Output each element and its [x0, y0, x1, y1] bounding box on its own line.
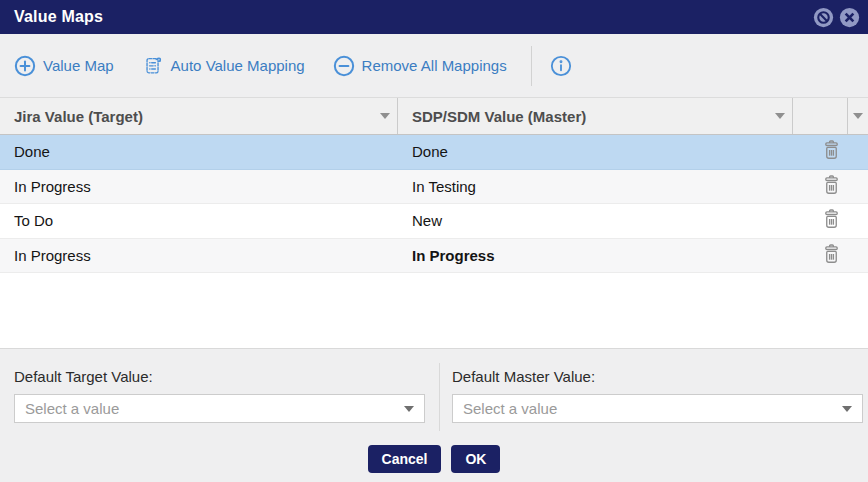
jira-value-cell[interactable]: To Do	[0, 212, 398, 229]
trash-icon	[822, 208, 841, 233]
delete-mapping-button[interactable]	[822, 139, 841, 164]
ban-icon[interactable]	[813, 7, 834, 28]
chevron-down-icon	[380, 113, 390, 119]
remove-all-mappings-button[interactable]: Remove All Mappings	[333, 55, 507, 77]
column-header-actions	[793, 98, 847, 134]
remove-all-mappings-label: Remove All Mappings	[362, 57, 507, 74]
defaults-row: Default Target Value: Select a value Def…	[0, 349, 868, 431]
sdp-value-cell[interactable]: New	[398, 212, 795, 229]
chevron-down-icon	[775, 113, 785, 119]
table-row[interactable]: In Progress In Testing	[0, 170, 868, 205]
row-action-cell	[795, 243, 868, 268]
row-action-cell	[795, 208, 868, 233]
dialog-title: Value Maps	[14, 8, 103, 26]
delete-mapping-button[interactable]	[822, 174, 841, 199]
footer: Default Target Value: Select a value Def…	[0, 348, 868, 482]
value-map-rows: Done Done	[0, 135, 868, 273]
ok-button[interactable]: OK	[451, 445, 500, 473]
delete-mapping-button[interactable]	[822, 243, 841, 268]
info-icon[interactable]	[550, 55, 572, 77]
chevron-down-icon	[404, 406, 414, 412]
toolbar-divider	[531, 46, 532, 86]
value-map-table: Jira Value (Target) SDP/SDM Value (Maste…	[0, 97, 868, 273]
default-master-select[interactable]: Select a value	[452, 394, 863, 423]
column-menu-jira[interactable]	[372, 98, 398, 134]
trash-icon	[822, 174, 841, 199]
default-target-placeholder: Select a value	[25, 400, 404, 417]
sdp-value-cell[interactable]: Done	[398, 143, 795, 160]
empty-area	[0, 273, 868, 348]
value-map-label: Value Map	[43, 57, 114, 74]
default-master-label: Default Master Value:	[452, 368, 863, 385]
toolbar: Value Map Auto Value Mapping	[0, 34, 868, 97]
trash-icon	[822, 243, 841, 268]
jira-value-cell[interactable]: In Progress	[0, 247, 398, 264]
default-target-label: Default Target Value:	[14, 368, 425, 385]
plus-circle-icon	[14, 55, 36, 77]
jira-value-cell[interactable]: Done	[0, 143, 398, 160]
trash-icon	[822, 139, 841, 164]
sdp-value-cell[interactable]: In Testing	[398, 178, 795, 195]
close-icon[interactable]	[839, 7, 860, 28]
default-target-select[interactable]: Select a value	[14, 394, 425, 423]
column-menu-actions[interactable]	[847, 98, 868, 134]
delete-mapping-button[interactable]	[822, 208, 841, 233]
table-header: Jira Value (Target) SDP/SDM Value (Maste…	[0, 97, 868, 135]
default-master-panel: Default Master Value: Select a value	[440, 349, 868, 431]
sdp-value-cell[interactable]: In Progress	[398, 247, 795, 264]
column-header-jira-value: Jira Value (Target)	[0, 98, 372, 134]
column-menu-sdp[interactable]	[767, 98, 793, 134]
jira-value-cell[interactable]: In Progress	[0, 178, 398, 195]
auto-value-mapping-label: Auto Value Mapping	[171, 57, 305, 74]
chevron-down-icon	[842, 406, 852, 412]
auto-value-mapping-button[interactable]: Auto Value Mapping	[142, 54, 305, 77]
default-master-placeholder: Select a value	[463, 400, 842, 417]
auto-mapping-icon	[142, 54, 164, 77]
table-row[interactable]: In Progress In Progress	[0, 239, 868, 274]
buttons-row: Cancel OK	[0, 445, 868, 473]
default-target-panel: Default Target Value: Select a value	[0, 349, 439, 431]
column-header-sdp-value: SDP/SDM Value (Master)	[398, 98, 767, 134]
table-row[interactable]: To Do New	[0, 204, 868, 239]
cancel-button[interactable]: Cancel	[368, 445, 442, 473]
titlebar: Value Maps	[0, 0, 868, 34]
row-action-cell	[795, 139, 868, 164]
chevron-down-icon	[853, 113, 863, 119]
row-action-cell	[795, 174, 868, 199]
table-row[interactable]: Done Done	[0, 135, 868, 170]
value-maps-dialog: Value Maps	[0, 0, 868, 482]
value-map-button[interactable]: Value Map	[14, 55, 114, 77]
minus-circle-icon	[333, 55, 355, 77]
